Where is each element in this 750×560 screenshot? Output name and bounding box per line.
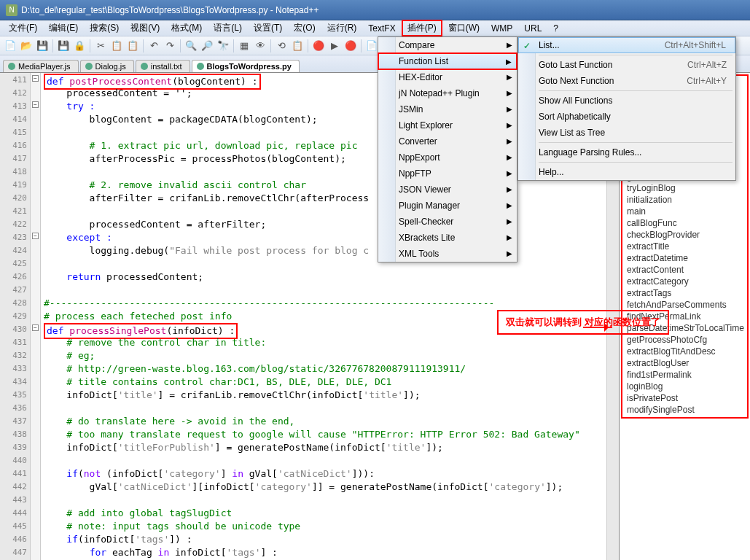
toolbar-btn-8[interactable]: ↶ [147, 39, 161, 53]
function-list-item[interactable]: isPrivatePost [622, 392, 747, 404]
menu-TextFX[interactable]: TextFX [362, 21, 401, 36]
code-line: except : [44, 231, 603, 244]
fold-marker[interactable]: − [32, 324, 39, 331]
toolbar-btn-10[interactable]: 🔍 [184, 39, 198, 53]
function-list-item[interactable]: extractTitle [622, 241, 747, 252]
submenu-GotoNextFunction[interactable]: Goto Next FunctionCtrl+Alt+Y [518, 73, 735, 89]
toolbar-btn-20[interactable]: 📄 [364, 39, 379, 53]
toolbar-btn-3[interactable]: 💾 [56, 39, 71, 53]
plugin-menu-HEXEditor[interactable]: HEX-Editor▶ [378, 69, 517, 85]
submenu-Help[interactable]: Help... [518, 164, 735, 180]
submenu-List[interactable]: ✓List...Ctrl+Alt+Shift+L [518, 37, 735, 53]
fold-margin: −−−− [31, 73, 41, 560]
function-list-item[interactable]: extractBlogTitAndDesc [622, 346, 747, 357]
fold-marker[interactable]: − [32, 101, 39, 108]
plugin-menu-XBracketsLite[interactable]: XBrackets Lite▶ [378, 230, 517, 246]
line-number: 428 [0, 297, 27, 310]
submenu-LanguageParsingRules[interactable]: Language Parsing Rules... [518, 144, 735, 160]
toolbar-btn-19[interactable]: 🔴 [343, 39, 358, 53]
toolbar-btn-15[interactable]: ⟲ [274, 39, 289, 53]
submenu-arrow-icon: ▶ [507, 89, 512, 97]
menu-T[interactable]: 设置(T) [248, 20, 288, 36]
plugin-menu-XMLTools[interactable]: XML Tools▶ [378, 246, 517, 262]
menu-W[interactable]: 窗口(W) [442, 20, 485, 36]
tab-BlogsToWordpresspy[interactable]: BlogsToWordpress.py [192, 60, 300, 72]
menu-E[interactable]: 编辑(E) [43, 20, 84, 36]
menu-V[interactable]: 视图(V) [125, 20, 165, 36]
plugin-menu-JSONViewer[interactable]: JSON Viewer▶ [378, 182, 517, 198]
plugin-menu-FunctionList[interactable]: Function List▶ [378, 53, 517, 69]
tab-label: install.txt [151, 62, 182, 71]
code-line: # do translate here -> avoid in the end, [44, 415, 603, 428]
toolbar-btn-0[interactable]: 📄 [3, 39, 17, 53]
function-list-item[interactable]: find1stPermalink [622, 369, 747, 381]
toolbar-btn-1[interactable]: 📂 [19, 39, 34, 53]
toolbar-btn-12[interactable]: 🔭 [216, 39, 230, 53]
menu-O[interactable]: 宏(O) [288, 20, 321, 36]
menu-[interactable]: ? [547, 21, 564, 36]
function-list-item[interactable]: modifySinglePost [622, 404, 747, 416]
function-list-item[interactable]: extractCategory [622, 276, 747, 287]
function-list-item[interactable]: checkBlogProvider [622, 229, 747, 241]
function-list-item[interactable]: extractDatetime [622, 252, 747, 264]
tab-MediaPlayerjs[interactable]: MediaPlayer.js [3, 60, 79, 72]
plugin-menu-LightExplorer[interactable]: Light Explorer▶ [378, 117, 517, 133]
fold-marker[interactable]: − [32, 233, 39, 239]
menu-L[interactable]: 语言(L) [208, 20, 248, 36]
function-list-item[interactable]: extractContent [622, 264, 747, 276]
tab-label: BlogsToWordpress.py [207, 62, 292, 71]
menu-label: Goto Next Function [539, 76, 614, 86]
menu-M[interactable]: 格式(M) [165, 20, 208, 36]
line-number: 412 [0, 87, 27, 100]
toolbar-btn-5[interactable]: ✂ [93, 39, 108, 53]
function-list-item[interactable]: callBlogFunc [622, 217, 747, 229]
menu-separator [539, 90, 733, 91]
plugin-menu-Converter[interactable]: Converter▶ [378, 133, 517, 149]
toolbar-btn-6[interactable]: 📋 [109, 39, 124, 53]
plugin-menu-SpellChecker[interactable]: Spell-Checker▶ [378, 214, 517, 230]
function-list-item[interactable]: extractBlogUser [622, 357, 747, 369]
menu-label: Spell-Checker [399, 217, 453, 227]
line-number: 424 [0, 244, 27, 257]
menu-WMP[interactable]: WMP [485, 21, 518, 36]
menu-label: Help... [539, 167, 564, 177]
function-list-item[interactable]: tryLoginBlog [622, 182, 747, 194]
fold-marker[interactable]: − [32, 75, 39, 82]
function-list-item[interactable]: loginBlog [622, 381, 747, 392]
function-list-item[interactable]: initialization [622, 194, 747, 206]
function-list-item[interactable]: main [622, 206, 747, 217]
function-list-item[interactable]: getProcessPhotoCfg [622, 334, 747, 346]
toolbar-btn-2[interactable]: 💾 [35, 39, 50, 53]
menu-S[interactable]: 搜索(S) [84, 20, 125, 36]
function-list-item[interactable]: extractTags [622, 287, 747, 299]
plugin-menu-jNNotepadPlugin[interactable]: jN Notepad++ Plugin▶ [378, 85, 517, 101]
plugin-menu-NppFTP[interactable]: NppFTP▶ [378, 166, 517, 182]
submenu-GotoLastFunction[interactable]: Goto Last FunctionCtrl+Alt+Z [518, 57, 735, 73]
menu-URL[interactable]: URL [518, 21, 547, 36]
tab-installtxt[interactable]: install.txt [136, 60, 190, 72]
submenu-ShowAllFunctions[interactable]: Show All Functions [518, 93, 735, 109]
tab-Dialogjs[interactable]: Dialog.js [80, 60, 134, 72]
toolbar-btn-18[interactable]: ▶ [327, 39, 342, 53]
toolbar-btn-16[interactable]: 📋 [290, 39, 305, 53]
line-number: 419 [0, 179, 27, 192]
submenu-SortAlphabetically[interactable]: Sort Alphabetically [518, 109, 735, 125]
toolbar-btn-17[interactable]: 🔴 [311, 39, 326, 53]
function-list-item[interactable]: fetchAndParseComments [622, 299, 747, 311]
plugin-menu-Compare[interactable]: Compare▶ [378, 37, 517, 53]
submenu-ViewListasTree[interactable]: View List as Tree [518, 125, 735, 141]
line-number: 446 [0, 533, 27, 546]
toolbar-btn-9[interactable]: ↷ [163, 39, 177, 53]
line-number: 437 [0, 415, 27, 428]
toolbar-btn-13[interactable]: ▦ [237, 39, 251, 53]
plugin-menu-NppExport[interactable]: NppExport▶ [378, 149, 517, 166]
toolbar-btn-11[interactable]: 🔎 [200, 39, 214, 53]
menu-R[interactable]: 运行(R) [321, 20, 363, 36]
plugin-menu-PluginManager[interactable]: Plugin Manager▶ [378, 198, 517, 214]
toolbar-btn-14[interactable]: 👁 [253, 39, 267, 53]
toolbar-btn-4[interactable]: 🔒 [72, 39, 87, 53]
menu-F[interactable]: 文件(F) [3, 20, 43, 36]
toolbar-btn-7[interactable]: 📋 [125, 39, 140, 53]
menu-P[interactable]: 插件(P) [402, 20, 442, 36]
plugin-menu-JSMin[interactable]: JSMin▶ [378, 101, 517, 117]
